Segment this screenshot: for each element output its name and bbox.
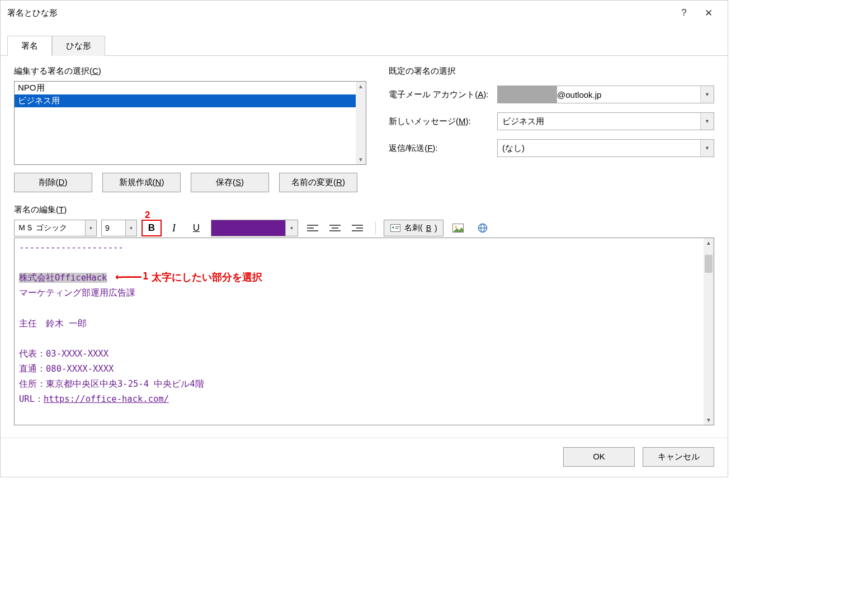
dropdown-arrow-icon: ▼ (85, 220, 96, 236)
signature-editor[interactable]: -------------------- 株式会社OfficeHack マーケテ… (14, 238, 714, 425)
dropdown-arrow-icon: ▼ (125, 220, 136, 236)
select-signature-label: 編集する署名の選択(C) (14, 66, 366, 77)
underline-button[interactable]: U (186, 220, 206, 236)
toolbar-separator (375, 221, 376, 235)
dialog-title: 署名とひな形 (7, 8, 672, 18)
new-button[interactable]: 新規作成(N) (102, 173, 181, 192)
account-value: @outlook.jp (557, 90, 700, 99)
scroll-down-icon: ▼ (358, 156, 364, 163)
signature-item-selected[interactable]: ビジネス用 (15, 94, 356, 107)
scroll-thumb[interactable] (705, 255, 713, 273)
business-card-button[interactable]: 名刺(B) (384, 220, 444, 236)
dropdown-arrow-icon: ▼ (700, 86, 714, 103)
link-icon (477, 222, 488, 234)
help-button[interactable]: ? (672, 3, 696, 23)
dropdown-arrow-icon: ▼ (285, 220, 298, 236)
newmsg-value: ビジネス用 (498, 116, 700, 127)
insert-link-button[interactable] (473, 220, 493, 236)
svg-rect-2 (395, 226, 399, 227)
dialog-footer: OK キャンセル (1, 438, 728, 477)
rename-button[interactable]: 名前の変更(R) (279, 173, 357, 192)
dropdown-arrow-icon: ▼ (700, 113, 714, 130)
editor-scrollbar[interactable]: ▲ ▼ (704, 238, 714, 425)
listbox-scrollbar[interactable]: ▲ ▼ (356, 82, 366, 164)
align-left-button[interactable] (303, 220, 323, 236)
newmsg-select[interactable]: ビジネス用 ▼ (497, 112, 714, 130)
signature-listbox[interactable]: NPO用 ビジネス用 ▲ ▼ (14, 81, 366, 165)
scroll-down-icon: ▼ (706, 417, 711, 423)
cancel-button[interactable]: キャンセル (643, 447, 714, 467)
editor-content[interactable]: -------------------- 株式会社OfficeHack マーケテ… (15, 238, 704, 425)
image-icon (452, 222, 464, 234)
svg-point-1 (392, 226, 394, 229)
delete-button[interactable]: 削除(D) (14, 173, 92, 192)
color-swatch (211, 220, 285, 236)
signature-dialog: 署名とひな形 ? ✕ 署名 ひな形 編集する署名の選択(C) NPO用 ビジネス… (0, 0, 728, 477)
bold-button[interactable]: B (141, 220, 162, 236)
italic-button[interactable]: I (164, 220, 184, 236)
dropdown-arrow-icon: ▼ (700, 140, 714, 156)
tab-signature[interactable]: 署名 (7, 36, 52, 56)
font-size-select[interactable]: 9 ▼ (101, 220, 137, 236)
format-toolbar: ＭＳ ゴシック ▼ 9 ▼ B I U ▼ (14, 220, 714, 236)
tab-stationery[interactable]: ひな形 (52, 36, 105, 56)
reply-label: 返信/転送(F): (389, 143, 489, 154)
annotation-1: ←——— 1 太字にしたい部分を選択 (115, 266, 262, 288)
align-center-button[interactable] (325, 220, 345, 236)
align-right-button[interactable] (347, 220, 367, 236)
close-button[interactable]: ✕ (696, 3, 721, 23)
selected-text: 株式会社OfficeHack (19, 273, 107, 283)
save-button[interactable]: 保存(S) (191, 173, 269, 192)
newmsg-label: 新しいメッセージ(M): (389, 116, 489, 127)
arrow-left-icon: ←——— (115, 266, 140, 288)
svg-rect-3 (395, 228, 398, 229)
tab-bar: 署名 ひな形 (1, 35, 728, 56)
edit-signature-label: 署名の編集(T) (14, 205, 714, 215)
account-label: 電子メール アカウント(A): (389, 89, 489, 100)
titlebar: 署名とひな形 ? ✕ (1, 1, 728, 25)
scroll-up-icon: ▲ (358, 83, 364, 89)
font-color-select[interactable]: ▼ (211, 220, 298, 236)
ok-button[interactable]: OK (563, 447, 635, 467)
reply-select[interactable]: (なし) ▼ (497, 139, 714, 157)
default-signature-header: 既定の署名の選択 (389, 66, 714, 77)
account-masked (498, 86, 557, 103)
signature-item[interactable]: NPO用 (15, 82, 356, 94)
font-name-select[interactable]: ＭＳ ゴシック ▼ (14, 220, 97, 236)
account-select[interactable]: @outlook.jp ▼ (497, 86, 714, 103)
insert-image-button[interactable] (448, 220, 468, 236)
vcard-icon (390, 222, 401, 234)
scroll-up-icon: ▲ (706, 240, 711, 246)
reply-value: (なし) (498, 143, 700, 154)
svg-point-5 (455, 226, 457, 228)
